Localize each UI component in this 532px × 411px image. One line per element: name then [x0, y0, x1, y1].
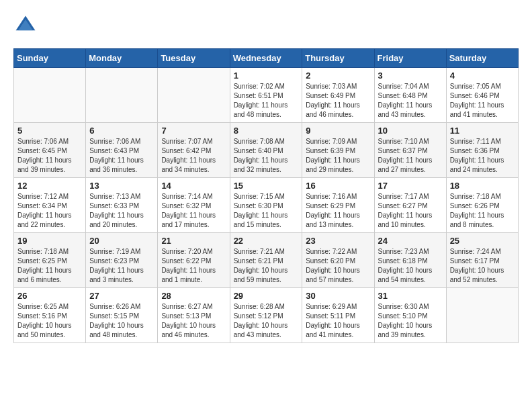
weekday-header-thursday: Thursday [302, 49, 374, 68]
calendar-cell: 9Sunrise: 7:09 AM Sunset: 6:39 PM Daylig… [302, 123, 374, 178]
calendar-cell: 3Sunrise: 7:04 AM Sunset: 6:48 PM Daylig… [374, 68, 446, 123]
calendar-cell: 31Sunrise: 6:30 AM Sunset: 5:10 PM Dayli… [374, 288, 446, 343]
weekday-header-wednesday: Wednesday [230, 49, 302, 68]
day-number: 4 [450, 71, 515, 81]
calendar-cell: 25Sunrise: 7:24 AM Sunset: 6:17 PM Dayli… [446, 233, 518, 288]
calendar-cell: 2Sunrise: 7:03 AM Sunset: 6:49 PM Daylig… [302, 68, 374, 123]
calendar-cell: 13Sunrise: 7:13 AM Sunset: 6:33 PM Dayli… [86, 178, 158, 233]
day-number: 27 [89, 291, 154, 301]
weekday-header-monday: Monday [86, 49, 158, 68]
day-info: Sunrise: 7:14 AM Sunset: 6:32 PM Dayligh… [161, 192, 226, 230]
day-number: 16 [306, 181, 370, 191]
day-info: Sunrise: 7:22 AM Sunset: 6:20 PM Dayligh… [306, 247, 370, 285]
calendar-cell: 18Sunrise: 7:18 AM Sunset: 6:26 PM Dayli… [446, 178, 518, 233]
day-info: Sunrise: 7:16 AM Sunset: 6:29 PM Dayligh… [306, 192, 370, 230]
calendar-cell: 10Sunrise: 7:10 AM Sunset: 6:37 PM Dayli… [374, 123, 446, 178]
calendar-cell: 4Sunrise: 7:05 AM Sunset: 6:46 PM Daylig… [446, 68, 518, 123]
day-info: Sunrise: 7:23 AM Sunset: 6:18 PM Dayligh… [378, 247, 443, 285]
day-info: Sunrise: 7:17 AM Sunset: 6:27 PM Dayligh… [378, 192, 443, 230]
calendar-cell: 24Sunrise: 7:23 AM Sunset: 6:18 PM Dayli… [374, 233, 446, 288]
calendar-cell: 5Sunrise: 7:06 AM Sunset: 6:45 PM Daylig… [14, 123, 86, 178]
weekday-header-row: SundayMondayTuesdayWednesdayThursdayFrid… [14, 49, 519, 68]
day-info: Sunrise: 7:21 AM Sunset: 6:21 PM Dayligh… [234, 247, 299, 285]
calendar-cell [14, 68, 86, 123]
calendar-week-row: 19Sunrise: 7:18 AM Sunset: 6:25 PM Dayli… [14, 233, 519, 288]
calendar-cell: 20Sunrise: 7:19 AM Sunset: 6:23 PM Dayli… [86, 233, 158, 288]
day-number: 5 [17, 126, 82, 136]
calendar-week-row: 12Sunrise: 7:12 AM Sunset: 6:34 PM Dayli… [14, 178, 519, 233]
day-number: 28 [161, 291, 226, 301]
calendar-table: SundayMondayTuesdayWednesdayThursdayFrid… [13, 48, 519, 343]
calendar-cell: 11Sunrise: 7:11 AM Sunset: 6:36 PM Dayli… [446, 123, 518, 178]
day-info: Sunrise: 7:06 AM Sunset: 6:43 PM Dayligh… [89, 137, 154, 175]
calendar-cell: 16Sunrise: 7:16 AM Sunset: 6:29 PM Dayli… [302, 178, 374, 233]
day-number: 6 [89, 126, 154, 136]
calendar-week-row: 5Sunrise: 7:06 AM Sunset: 6:45 PM Daylig… [14, 123, 519, 178]
day-info: Sunrise: 6:27 AM Sunset: 5:13 PM Dayligh… [161, 302, 226, 340]
day-number: 23 [306, 236, 370, 246]
page-header [13, 13, 519, 38]
calendar-cell: 21Sunrise: 7:20 AM Sunset: 6:22 PM Dayli… [158, 233, 230, 288]
day-info: Sunrise: 7:07 AM Sunset: 6:42 PM Dayligh… [161, 137, 226, 175]
day-number: 26 [17, 291, 82, 301]
calendar-cell: 30Sunrise: 6:29 AM Sunset: 5:11 PM Dayli… [302, 288, 374, 343]
calendar-week-row: 26Sunrise: 6:25 AM Sunset: 5:16 PM Dayli… [14, 288, 519, 343]
day-info: Sunrise: 7:18 AM Sunset: 6:25 PM Dayligh… [17, 247, 82, 285]
calendar-cell: 28Sunrise: 6:27 AM Sunset: 5:13 PM Dayli… [158, 288, 230, 343]
day-number: 29 [234, 291, 299, 301]
calendar-cell: 12Sunrise: 7:12 AM Sunset: 6:34 PM Dayli… [14, 178, 86, 233]
day-info: Sunrise: 7:09 AM Sunset: 6:39 PM Dayligh… [306, 137, 370, 175]
calendar-cell: 1Sunrise: 7:02 AM Sunset: 6:51 PM Daylig… [230, 68, 302, 123]
day-info: Sunrise: 7:02 AM Sunset: 6:51 PM Dayligh… [234, 82, 299, 120]
calendar-cell: 14Sunrise: 7:14 AM Sunset: 6:32 PM Dayli… [158, 178, 230, 233]
day-number: 14 [161, 181, 226, 191]
day-number: 17 [378, 181, 443, 191]
day-info: Sunrise: 7:10 AM Sunset: 6:37 PM Dayligh… [378, 137, 443, 175]
day-number: 31 [378, 291, 443, 301]
day-number: 22 [234, 236, 299, 246]
day-info: Sunrise: 7:06 AM Sunset: 6:45 PM Dayligh… [17, 137, 82, 175]
calendar-cell: 15Sunrise: 7:15 AM Sunset: 6:30 PM Dayli… [230, 178, 302, 233]
day-number: 15 [234, 181, 299, 191]
day-info: Sunrise: 7:20 AM Sunset: 6:22 PM Dayligh… [161, 247, 226, 285]
weekday-header-tuesday: Tuesday [158, 49, 230, 68]
day-info: Sunrise: 7:15 AM Sunset: 6:30 PM Dayligh… [234, 192, 299, 230]
calendar-cell: 23Sunrise: 7:22 AM Sunset: 6:20 PM Dayli… [302, 233, 374, 288]
calendar-week-row: 1Sunrise: 7:02 AM Sunset: 6:51 PM Daylig… [14, 68, 519, 123]
calendar-cell: 19Sunrise: 7:18 AM Sunset: 6:25 PM Dayli… [14, 233, 86, 288]
day-number: 2 [306, 71, 370, 81]
day-number: 9 [306, 126, 370, 136]
logo [13, 13, 40, 38]
day-number: 12 [17, 181, 82, 191]
day-number: 24 [378, 236, 443, 246]
calendar-cell: 6Sunrise: 7:06 AM Sunset: 6:43 PM Daylig… [86, 123, 158, 178]
day-number: 10 [378, 126, 443, 136]
day-info: Sunrise: 7:03 AM Sunset: 6:49 PM Dayligh… [306, 82, 370, 120]
day-info: Sunrise: 7:12 AM Sunset: 6:34 PM Dayligh… [17, 192, 82, 230]
day-number: 25 [450, 236, 515, 246]
day-info: Sunrise: 6:29 AM Sunset: 5:11 PM Dayligh… [306, 302, 370, 340]
day-number: 30 [306, 291, 370, 301]
day-number: 20 [89, 236, 154, 246]
day-number: 11 [450, 126, 515, 136]
calendar-cell [446, 288, 518, 343]
logo-icon [13, 13, 38, 38]
day-info: Sunrise: 7:24 AM Sunset: 6:17 PM Dayligh… [450, 247, 515, 285]
day-info: Sunrise: 7:05 AM Sunset: 6:46 PM Dayligh… [450, 82, 515, 120]
calendar-cell [158, 68, 230, 123]
day-number: 8 [234, 126, 299, 136]
day-number: 13 [89, 181, 154, 191]
calendar-cell [86, 68, 158, 123]
weekday-header-saturday: Saturday [446, 49, 518, 68]
day-info: Sunrise: 7:08 AM Sunset: 6:40 PM Dayligh… [234, 137, 299, 175]
day-number: 21 [161, 236, 226, 246]
weekday-header-friday: Friday [374, 49, 446, 68]
day-number: 18 [450, 181, 515, 191]
day-info: Sunrise: 7:13 AM Sunset: 6:33 PM Dayligh… [89, 192, 154, 230]
weekday-header-sunday: Sunday [14, 49, 86, 68]
day-info: Sunrise: 6:25 AM Sunset: 5:16 PM Dayligh… [17, 302, 82, 340]
day-info: Sunrise: 7:19 AM Sunset: 6:23 PM Dayligh… [89, 247, 154, 285]
calendar-cell: 27Sunrise: 6:26 AM Sunset: 5:15 PM Dayli… [86, 288, 158, 343]
day-info: Sunrise: 6:30 AM Sunset: 5:10 PM Dayligh… [378, 302, 443, 340]
day-number: 1 [234, 71, 299, 81]
